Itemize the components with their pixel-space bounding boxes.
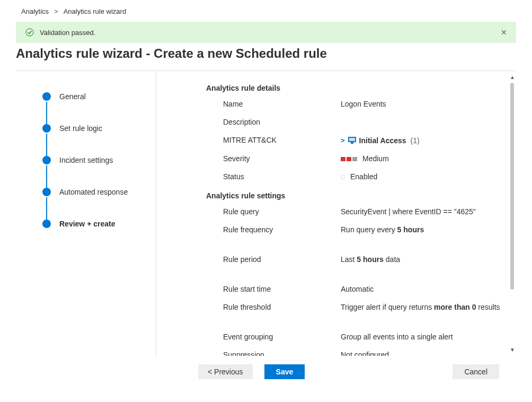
freq-bold: 5 hours [397,225,424,234]
thresh-bold: more than 0 [434,303,476,311]
row-rule-query: Rule query SecurityEvent | where EventID… [223,207,500,216]
severity-text: Medium [362,154,389,163]
status-dot-icon [341,175,345,179]
value-rule-threshold: Trigger alert if query returns more than… [341,303,500,311]
label-status: Status [223,172,341,181]
step-dot-icon [42,124,51,133]
label-severity: Severity [223,154,341,163]
section-header-settings: Analytics rule settings [206,191,500,200]
label-rule-threshold: Rule threshold [223,303,341,311]
svg-point-0 [26,29,33,36]
label-rule-frequency: Rule frequency [223,225,341,234]
step-general[interactable]: General [42,92,145,101]
step-dot-icon [42,156,51,164]
value-description [341,118,500,126]
review-details: Analytics rule details Name Logon Events… [156,71,516,356]
row-rule-frequency: Rule frequency Run query every 5 hours [223,225,500,234]
row-description: Description [223,118,500,126]
svg-rect-2 [349,138,355,141]
row-event-grouping: Event grouping Group all events into a s… [223,333,500,341]
scroll-down-icon[interactable]: ▼ [510,347,515,353]
value-rule-frequency: Run query every 5 hours [341,225,500,234]
label-rule-start-time: Rule start time [223,285,341,293]
step-set-rule-logic[interactable]: Set rule logic [42,124,145,133]
section-header-details: Analytics rule details [206,84,500,92]
thresh-prefix: Trigger alert if query returns [341,303,434,311]
value-status: Enabled [341,172,500,181]
value-name: Logon Events [341,100,500,108]
row-name: Name Logon Events [223,100,500,108]
label-event-grouping: Event grouping [223,333,341,341]
value-severity: Medium [341,154,500,163]
validation-banner: Validation passed. ✕ [16,22,516,43]
step-label: General [59,92,86,101]
label-rule-period: Rule period [223,255,341,264]
value-rule-start-time: Automatic [341,285,500,293]
step-automated-response[interactable]: Automated response [42,188,145,196]
mitre-tactic[interactable]: > Initial Access (1) [341,136,420,145]
status-text: Enabled [350,172,377,181]
breadcrumb-root[interactable]: Analytics [21,7,49,15]
label-rule-query: Rule query [223,207,341,216]
scroll-up-icon[interactable]: ▲ [510,74,515,80]
period-bold: 5 hours [357,255,384,264]
mitre-count: (1) [411,136,420,145]
row-status: Status Enabled [223,172,500,181]
severity-bars-icon [341,157,357,161]
label-mitre: MITRE ATT&CK [223,136,341,145]
label-description: Description [223,118,341,126]
validation-message: Validation passed. [40,29,95,37]
previous-button[interactable]: < Previous [198,364,253,379]
row-rule-period: Rule period Last 5 hours data [223,255,500,264]
period-prefix: Last [341,255,357,264]
chevron-right-icon: > [341,136,345,144]
breadcrumb-separator-icon: > [54,7,58,15]
value-mitre: > Initial Access (1) [341,136,500,145]
step-dot-icon [42,188,51,196]
close-icon[interactable]: ✕ [501,28,507,37]
row-mitre: MITRE ATT&CK > Initial Access (1) [223,136,500,145]
row-rule-start-time: Rule start time Automatic [223,285,500,293]
mitre-tactic-name: Initial Access [359,136,406,145]
cancel-button[interactable]: Cancel [453,364,499,379]
step-label: Incident settings [59,156,113,164]
row-suppression: Suppression Not configured [223,351,500,356]
value-suppression: Not configured [341,351,500,356]
page-title: Analytics rule wizard - Create a new Sch… [6,46,526,71]
period-suffix: data [384,255,400,264]
freq-prefix: Run query every [341,225,397,234]
tactic-icon [348,137,356,144]
step-label: Review + create [59,220,115,228]
breadcrumb-current: Analytics rule wizard [64,7,127,15]
step-label: Set rule logic [59,124,102,133]
value-event-grouping: Group all events into a single alert [341,333,500,341]
step-dot-icon [42,92,51,101]
wizard-steps: General Set rule logic Incident settings… [16,71,156,356]
breadcrumb: Analytics > Analytics rule wizard [6,4,526,22]
step-incident-settings[interactable]: Incident settings [42,156,145,164]
label-name: Name [223,100,341,108]
row-rule-threshold: Rule threshold Trigger alert if query re… [223,303,500,311]
thresh-suffix: results [476,303,500,311]
row-severity: Severity Medium [223,154,500,163]
check-circle-icon [25,28,34,37]
wizard-footer: < Previous Save Cancel [6,356,526,388]
save-button[interactable]: Save [264,364,305,379]
scrollbar-thumb[interactable] [510,83,514,290]
step-dot-icon [42,220,51,228]
svg-rect-3 [351,142,353,144]
value-rule-query: SecurityEvent | where EventID == "4625" [341,207,500,216]
value-rule-period: Last 5 hours data [341,255,500,264]
step-label: Automated response [59,188,128,196]
wizard-content: General Set rule logic Incident settings… [16,71,516,356]
step-review-create[interactable]: Review + create [42,220,145,228]
label-suppression: Suppression [223,351,341,356]
